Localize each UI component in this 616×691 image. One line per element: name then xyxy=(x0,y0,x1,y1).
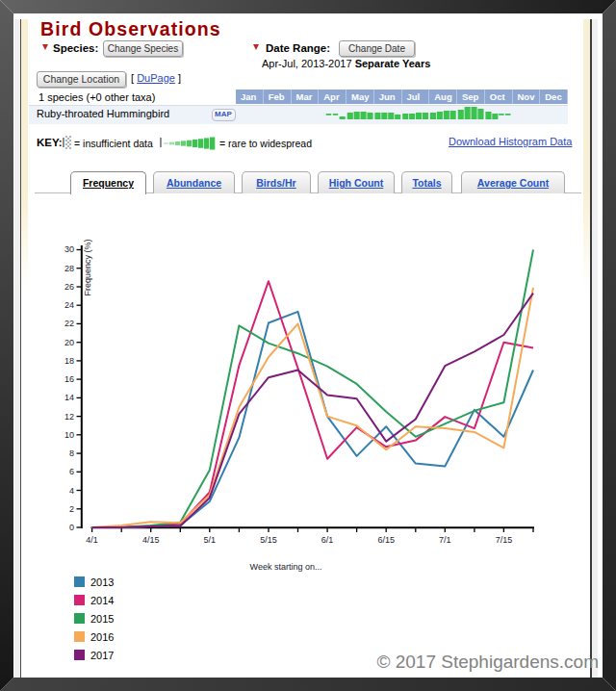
svg-text:6/1: 6/1 xyxy=(321,535,334,545)
svg-text:4/1: 4/1 xyxy=(86,535,98,545)
svg-text:20: 20 xyxy=(64,338,74,347)
svg-text:4/15: 4/15 xyxy=(142,535,160,545)
svg-text:30: 30 xyxy=(64,244,74,254)
svg-text:10: 10 xyxy=(64,430,74,440)
svg-text:Frequency (%): Frequency (%) xyxy=(83,239,92,295)
svg-text:5/15: 5/15 xyxy=(260,535,277,545)
svg-text:7/1: 7/1 xyxy=(439,535,451,545)
svg-text:2: 2 xyxy=(69,504,74,514)
svg-text:0: 0 xyxy=(69,523,74,532)
svg-text:28: 28 xyxy=(64,264,74,273)
svg-text:4: 4 xyxy=(69,486,74,496)
svg-text:8: 8 xyxy=(69,448,74,458)
svg-text:7/15: 7/15 xyxy=(496,535,513,545)
svg-text:24: 24 xyxy=(64,300,74,310)
svg-text:6/15: 6/15 xyxy=(377,535,395,545)
svg-text:18: 18 xyxy=(64,356,74,366)
svg-text:16: 16 xyxy=(64,374,74,384)
svg-text:5/1: 5/1 xyxy=(204,535,217,545)
svg-text:6: 6 xyxy=(69,467,74,476)
svg-text:22: 22 xyxy=(64,319,74,328)
svg-text:Week starting on...: Week starting on... xyxy=(250,562,322,572)
svg-text:14: 14 xyxy=(64,393,74,402)
svg-text:26: 26 xyxy=(64,282,74,292)
svg-text:12: 12 xyxy=(64,412,74,422)
